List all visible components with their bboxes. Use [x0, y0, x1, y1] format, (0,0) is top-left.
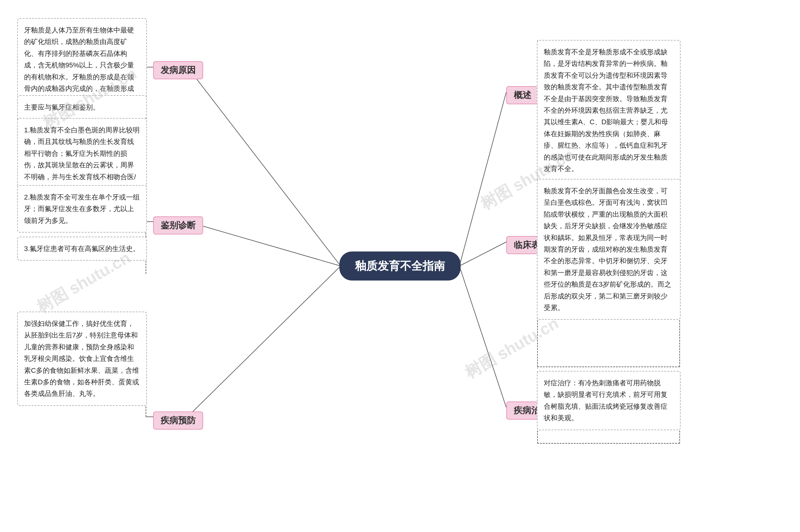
jiebiezhenduan-mid3-box: 3.氟牙症患者可有在高氟区的生活史。 — [17, 237, 147, 261]
branch-jiebiezhenduan: 鉴别诊断 — [153, 216, 203, 234]
svg-line-10 — [187, 266, 341, 417]
branch-fabing: 发病原因 — [153, 61, 203, 79]
yufang-content-box: 加强妇幼保健工作，搞好优生优育，从胚胎到出生后7岁，特别注意母体和儿童的营养和健… — [17, 311, 147, 406]
svg-line-0 — [187, 67, 341, 266]
central-node: 釉质发育不全指南 — [339, 252, 461, 281]
branch-gaishu: 概述 — [506, 86, 539, 104]
gaishu-content-box: 釉质发育不全是牙釉质形成不全或形成缺陷，是牙齿结构发育异常的一种疾病。釉质发育不… — [537, 40, 680, 181]
linchuang-content-box: 釉质发育不全的牙面颜色会发生改变，可呈白垩色或棕色。牙面可有浅沟，窝状凹陷或带状… — [537, 179, 680, 320]
zhiliao-content-box: 对症治疗：有冷热刺激痛者可用药物脱敏，缺损明显者可行充填术，前牙可用复合树脂充填… — [537, 371, 680, 430]
svg-line-26 — [459, 266, 506, 407]
svg-line-3 — [187, 222, 341, 266]
branch-yufang: 疾病预防 — [153, 412, 203, 430]
jiebiezhenduan-top-box: 主要应与氟牙症相鉴别。 — [17, 95, 147, 119]
svg-line-14 — [459, 92, 506, 266]
svg-line-20 — [459, 242, 506, 266]
jiebiezhenduan-mid2-box: 2.釉质发育不全可发生在单个牙或一组牙；而氟牙症发生在多数牙，尤以上颌前牙为多见… — [17, 185, 147, 233]
